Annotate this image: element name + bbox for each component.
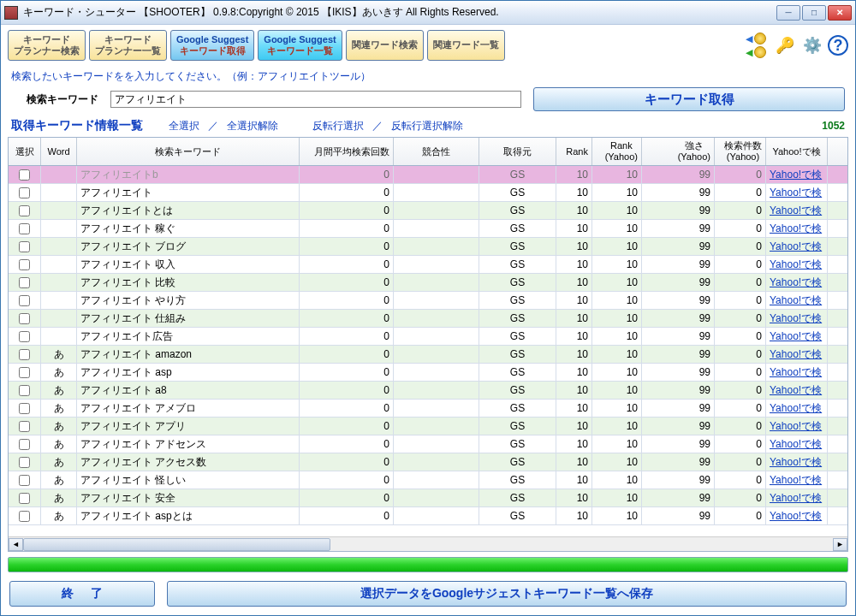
- cell-yahoo-link[interactable]: Yahoo!で検: [766, 489, 828, 506]
- table-row[interactable]: アフィリエイトとは0GS1010990Yahoo!で検: [9, 202, 847, 220]
- table-row[interactable]: あアフィリエイト アメブロ0GS1010990Yahoo!で検: [9, 400, 847, 418]
- cell-yahoo-link[interactable]: Yahoo!で検: [766, 418, 828, 435]
- minimize-button[interactable]: ─: [776, 5, 800, 21]
- toolbar-button-1[interactable]: キーワードプランナー一覧: [89, 30, 167, 61]
- row-checkbox[interactable]: [9, 346, 41, 363]
- cell-yahoo-link[interactable]: Yahoo!で検: [766, 220, 828, 237]
- scroll-thumb[interactable]: [23, 538, 330, 551]
- coins-icon[interactable]: ◀ ◀: [746, 33, 766, 58]
- row-checkbox[interactable]: [9, 202, 41, 219]
- table-row[interactable]: あアフィリエイト アクセス数0GS1010990Yahoo!で検: [9, 453, 847, 471]
- col-select[interactable]: 選択: [9, 138, 41, 165]
- cell-yahoo-link[interactable]: Yahoo!で検: [766, 435, 828, 453]
- col-word[interactable]: Word: [41, 138, 77, 165]
- cell-yahoo-link[interactable]: Yahoo!で検: [766, 292, 828, 309]
- help-icon[interactable]: ?: [828, 35, 848, 56]
- cell-yahoo-link[interactable]: Yahoo!で検: [766, 453, 828, 471]
- cell-keyword: アフィリエイト 安全: [77, 489, 300, 506]
- table-row[interactable]: あアフィリエイト アドセンス0GS1010990Yahoo!で検: [9, 435, 847, 453]
- close-button[interactable]: ✕: [828, 5, 852, 21]
- toolbar-button-4[interactable]: 関連ワード検索: [346, 30, 424, 61]
- toolbar-button-3[interactable]: Google Suggestキーワード一覧: [258, 30, 342, 61]
- row-checkbox[interactable]: [9, 453, 41, 471]
- row-checkbox[interactable]: [9, 471, 41, 489]
- cell-yahoo-link[interactable]: Yahoo!で検: [766, 328, 828, 345]
- row-checkbox[interactable]: [9, 238, 41, 255]
- table-row[interactable]: あアフィリエイト 怪しい0GS1010990Yahoo!で検: [9, 471, 847, 489]
- table-row[interactable]: アフィリエイト 比較0GS1010990Yahoo!で検: [9, 274, 847, 292]
- scroll-left-arrow[interactable]: ◄: [9, 538, 23, 551]
- cell-yahoo-link[interactable]: Yahoo!で検: [766, 382, 828, 399]
- toolbar-button-5[interactable]: 関連ワード一覧: [427, 30, 505, 61]
- cell-yahoo-link[interactable]: Yahoo!で検: [766, 310, 828, 327]
- keys-icon[interactable]: 🔑: [773, 33, 797, 57]
- cell-word: あ: [41, 364, 77, 381]
- row-checkbox[interactable]: [9, 400, 41, 417]
- cell-yahoo-link[interactable]: Yahoo!で検: [766, 346, 828, 363]
- col-competition[interactable]: 競合性: [394, 138, 479, 165]
- gear-icon[interactable]: ⚙️: [800, 33, 824, 57]
- exit-button[interactable]: 終了: [9, 581, 155, 607]
- save-button[interactable]: 選択データをGoogleサジェストキーワード一覧へ保存: [167, 581, 847, 607]
- row-checkbox[interactable]: [9, 292, 41, 309]
- toolbar-button-0[interactable]: キーワードプランナー検索: [8, 30, 86, 61]
- col-source[interactable]: 取得元: [479, 138, 556, 165]
- table-row[interactable]: アフィリエイト ブログ0GS1010990Yahoo!で検: [9, 238, 847, 256]
- scroll-right-arrow[interactable]: ►: [833, 538, 847, 551]
- row-checkbox[interactable]: [9, 507, 41, 524]
- cell-yahoo-link[interactable]: Yahoo!で検: [766, 238, 828, 255]
- row-checkbox[interactable]: [9, 166, 41, 183]
- table-row[interactable]: アフィリエイト 稼ぐ0GS1010990Yahoo!で検: [9, 220, 847, 238]
- table-row[interactable]: あアフィリエイト 安全0GS1010990Yahoo!で検: [9, 489, 847, 507]
- cell-keyword: アフィリエイト広告: [77, 328, 300, 345]
- cell-yahoo-link[interactable]: Yahoo!で検: [766, 166, 828, 183]
- col-count-yahoo[interactable]: 検索件数 (Yahoo): [715, 138, 766, 165]
- table-row[interactable]: あアフィリエイト a80GS1010990Yahoo!で検: [9, 382, 847, 400]
- table-row[interactable]: アフィリエイト広告0GS1010990Yahoo!で検: [9, 328, 847, 346]
- cell-yahoo-link[interactable]: Yahoo!で検: [766, 507, 828, 524]
- select-all-link[interactable]: 全選択: [169, 119, 199, 133]
- toolbar-button-2[interactable]: Google Suggestキーワード取得: [170, 30, 254, 61]
- table-row[interactable]: アフィリエイト0GS1010990Yahoo!で検: [9, 184, 847, 202]
- row-checkbox[interactable]: [9, 364, 41, 381]
- table-row[interactable]: アフィリエイト 収入0GS1010990Yahoo!で検: [9, 256, 847, 274]
- col-keyword[interactable]: 検索キーワード: [77, 138, 300, 165]
- cell-yahoo-link[interactable]: Yahoo!で検: [766, 274, 828, 291]
- row-checkbox[interactable]: [9, 382, 41, 399]
- row-checkbox[interactable]: [9, 184, 41, 201]
- col-strength-yahoo[interactable]: 強さ (Yahoo): [642, 138, 715, 165]
- row-checkbox[interactable]: [9, 310, 41, 327]
- table-row[interactable]: あアフィリエイト asp0GS1010990Yahoo!で検: [9, 364, 847, 382]
- deselect-all-link[interactable]: 全選択解除: [227, 119, 278, 133]
- horizontal-scrollbar[interactable]: ◄ ►: [9, 536, 847, 551]
- col-monthly[interactable]: 月間平均検索回数: [300, 138, 394, 165]
- cell-yahoo-link[interactable]: Yahoo!で検: [766, 184, 828, 201]
- row-checkbox[interactable]: [9, 220, 41, 237]
- maximize-button[interactable]: □: [802, 5, 826, 21]
- row-checkbox[interactable]: [9, 274, 41, 291]
- table-row[interactable]: あアフィリエイト amazon0GS1010990Yahoo!で検: [9, 346, 847, 364]
- row-checkbox[interactable]: [9, 435, 41, 453]
- row-checkbox[interactable]: [9, 489, 41, 506]
- cell-yahoo-link[interactable]: Yahoo!で検: [766, 471, 828, 489]
- cell-monthly: 0: [300, 202, 394, 219]
- table-row[interactable]: アフィリエイト やり方0GS1010990Yahoo!で検: [9, 292, 847, 310]
- col-rank-yahoo[interactable]: Rank (Yahoo): [592, 138, 642, 165]
- row-checkbox[interactable]: [9, 418, 41, 435]
- row-checkbox[interactable]: [9, 328, 41, 345]
- table-row[interactable]: アフィリエイトb0GS1010990Yahoo!で検: [9, 166, 847, 184]
- cell-yahoo-link[interactable]: Yahoo!で検: [766, 256, 828, 273]
- get-keywords-button[interactable]: キーワード取得: [533, 87, 845, 111]
- cell-yahoo-link[interactable]: Yahoo!で検: [766, 400, 828, 417]
- cell-yahoo-link[interactable]: Yahoo!で検: [766, 202, 828, 219]
- table-row[interactable]: あアフィリエイト aspとは0GS1010990Yahoo!で検: [9, 507, 847, 525]
- table-row[interactable]: あアフィリエイト アプリ0GS1010990Yahoo!で検: [9, 418, 847, 435]
- cell-yahoo-link[interactable]: Yahoo!で検: [766, 364, 828, 381]
- search-input[interactable]: [110, 91, 521, 108]
- row-checkbox[interactable]: [9, 256, 41, 273]
- invert-select-link[interactable]: 反転行選択: [312, 119, 364, 133]
- col-yahoo-search[interactable]: Yahoo!で検: [766, 138, 828, 165]
- invert-deselect-link[interactable]: 反転行選択解除: [391, 119, 463, 133]
- col-rank[interactable]: Rank: [556, 138, 592, 165]
- table-row[interactable]: アフィリエイト 仕組み0GS1010990Yahoo!で検: [9, 310, 847, 328]
